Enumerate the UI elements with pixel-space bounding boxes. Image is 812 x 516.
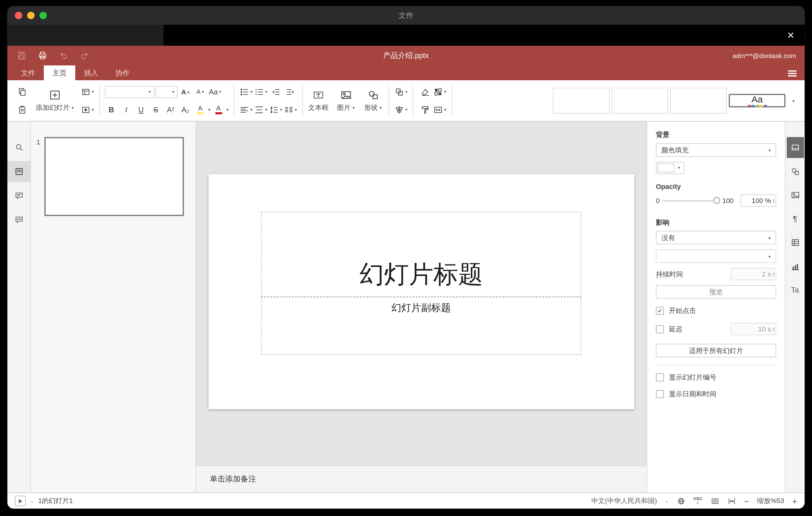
theme-tile[interactable] xyxy=(670,88,727,114)
subtitle-placeholder[interactable]: 幻灯片副标题 xyxy=(261,297,581,355)
bold-button[interactable]: B xyxy=(105,102,118,117)
tab-collaboration[interactable]: 协作 xyxy=(107,65,138,80)
slide-thumbnail[interactable] xyxy=(45,137,184,216)
strikethrough-button[interactable]: S xyxy=(149,102,163,117)
subscript-button[interactable]: A₂ xyxy=(179,102,192,117)
zoom-traffic-light[interactable] xyxy=(39,12,47,19)
show-slide-number-checkbox[interactable] xyxy=(656,373,664,381)
zoom-level-label[interactable]: 缩放%53 xyxy=(757,496,784,506)
highlight-color-button[interactable]: A xyxy=(194,102,207,117)
chart-settings-button[interactable] xyxy=(786,256,804,277)
spinner[interactable]: ▴▾ xyxy=(773,326,774,332)
comments-button[interactable] xyxy=(7,185,30,206)
vertical-align-button[interactable]: ▾ xyxy=(254,102,267,117)
slider-knob[interactable] xyxy=(713,197,720,204)
slide-layout-button[interactable]: ▾ xyxy=(81,84,94,99)
spinner[interactable]: ▴▾ xyxy=(773,271,774,277)
insert-shape-button[interactable]: 形状 ▾ xyxy=(359,83,386,118)
font-color-button[interactable]: A xyxy=(212,102,225,117)
start-on-click-checkbox[interactable]: ✓ xyxy=(656,307,664,315)
close-icon[interactable]: ✕ xyxy=(787,31,795,40)
superscript-button[interactable]: A² xyxy=(164,102,177,117)
copy-style-button[interactable] xyxy=(418,102,432,117)
chevron-down-icon[interactable]: ⌄ xyxy=(665,499,669,503)
copy-icon[interactable] xyxy=(16,84,29,99)
redo-icon[interactable] xyxy=(79,50,90,61)
title-placeholder[interactable]: 幻灯片标题 xyxy=(261,212,581,297)
change-case-button[interactable]: Aa ▾ xyxy=(208,84,222,99)
arrange-shape-button[interactable]: ▾ xyxy=(394,84,408,99)
theme-tile[interactable] xyxy=(611,88,668,114)
paste-icon[interactable] xyxy=(16,102,29,117)
spellcheck-button[interactable]: ABC ✓ xyxy=(693,497,702,505)
spin-down-icon[interactable]: ▾ xyxy=(773,329,774,332)
start-slideshow-status-button[interactable] xyxy=(15,496,26,506)
slide-subtitle-text[interactable]: 幻灯片副标题 xyxy=(392,302,451,315)
duration-input[interactable]: 2 s ▴▾ xyxy=(730,268,776,280)
decrease-indent-button[interactable] xyxy=(269,84,282,99)
underline-button[interactable]: U xyxy=(134,102,148,117)
search-button[interactable] xyxy=(7,137,30,158)
close-traffic-light[interactable] xyxy=(15,12,22,19)
increase-indent-button[interactable] xyxy=(284,84,297,99)
slides-panel-button[interactable] xyxy=(7,161,30,182)
color-scheme-button[interactable]: ▾ xyxy=(433,84,446,99)
effect-variant-select[interactable]: ▾ xyxy=(656,249,776,263)
effect-select[interactable]: 没有 ▾ xyxy=(656,231,776,245)
opacity-slider[interactable] xyxy=(663,196,719,205)
theme-tile[interactable] xyxy=(553,88,610,114)
clear-style-button[interactable] xyxy=(418,84,432,99)
notes-area[interactable]: 单击添加备注 xyxy=(196,465,647,492)
theme-tile-selected[interactable]: Aa xyxy=(729,94,785,107)
font-size-combo[interactable]: ▾ xyxy=(155,85,177,98)
tab-home[interactable]: 主页 xyxy=(44,65,75,80)
print-icon[interactable] xyxy=(37,50,48,61)
fit-to-slide-button[interactable] xyxy=(710,496,719,505)
spin-down-icon[interactable]: ▾ xyxy=(773,201,774,203)
tab-file[interactable]: 文件 xyxy=(12,65,44,80)
chevron-down-icon[interactable]: ⌄ xyxy=(30,499,34,503)
slide-canvas-area[interactable]: 幻灯片标题 幻灯片副标题 xyxy=(196,122,647,465)
theme-gallery-expand-button[interactable]: ▾ xyxy=(787,88,800,114)
chevron-down-icon[interactable]: ▾ xyxy=(208,107,210,112)
feedback-button[interactable] xyxy=(7,209,30,230)
slide-settings-button[interactable] xyxy=(786,137,804,158)
language-label[interactable]: 中文(中华人民共和国) xyxy=(591,496,657,506)
delay-checkbox[interactable] xyxy=(656,325,664,333)
preview-button[interactable]: 预览 xyxy=(656,285,776,299)
save-icon[interactable] xyxy=(16,50,27,61)
columns-button[interactable]: ▾ xyxy=(284,102,297,117)
insert-textbox-button[interactable]: 文本框 xyxy=(304,83,332,118)
start-slideshow-button[interactable]: ▾ xyxy=(81,102,94,117)
bullets-button[interactable]: ▾ xyxy=(239,84,253,99)
image-settings-button[interactable] xyxy=(786,184,804,205)
textart-settings-button[interactable]: Ta xyxy=(786,280,804,300)
slide-canvas[interactable]: 幻灯片标题 幻灯片副标题 xyxy=(208,174,634,409)
align-shape-button[interactable]: ▾ xyxy=(394,102,408,117)
italic-button[interactable]: I xyxy=(119,102,133,117)
chevron-down-icon[interactable]: ▾ xyxy=(227,107,229,112)
delay-input[interactable]: 10 s ▴▾ xyxy=(730,323,776,335)
background-color-picker[interactable]: ▾ xyxy=(656,162,684,174)
insert-image-button[interactable]: 图片 ▾ xyxy=(332,83,359,118)
horizontal-align-button[interactable]: ▾ xyxy=(239,102,253,117)
increase-font-button[interactable]: A▴ xyxy=(179,84,192,99)
menu-icon[interactable] xyxy=(788,70,796,77)
spin-down-icon[interactable]: ▾ xyxy=(773,274,774,277)
apply-to-all-slides-button[interactable]: 适用于所有幻灯片 xyxy=(656,344,776,357)
zoom-out-button[interactable]: − xyxy=(744,496,749,505)
fit-to-width-button[interactable] xyxy=(727,496,736,505)
slide-title-text[interactable]: 幻灯片标题 xyxy=(359,257,483,291)
paragraph-settings-button[interactable]: ¶ xyxy=(786,208,804,229)
minimize-traffic-light[interactable] xyxy=(27,12,34,19)
line-spacing-button[interactable]: ▾ xyxy=(269,102,282,117)
add-slide-button[interactable]: 添加幻灯片 ▾ xyxy=(32,83,78,118)
decrease-font-button[interactable]: A▾ xyxy=(194,84,207,99)
spinner[interactable]: ▴▾ xyxy=(773,198,774,203)
document-language-button[interactable] xyxy=(676,496,685,505)
slide-size-button[interactable]: ▾ xyxy=(433,102,446,117)
shape-settings-button[interactable] xyxy=(786,161,804,182)
show-date-time-checkbox[interactable] xyxy=(656,390,664,398)
font-name-combo[interactable]: ▾ xyxy=(105,85,154,98)
tab-insert[interactable]: 插入 xyxy=(75,65,107,80)
